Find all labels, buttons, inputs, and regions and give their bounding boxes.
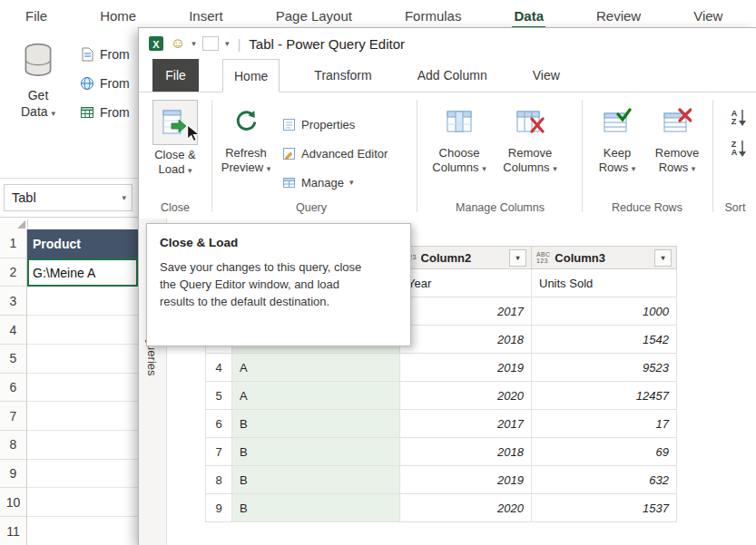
- pq-cell[interactable]: B: [232, 466, 400, 494]
- excel-row-number[interactable]: 9: [0, 460, 27, 489]
- excel-row-number[interactable]: 4: [0, 316, 27, 345]
- pq-tab-view[interactable]: View: [522, 59, 571, 92]
- excel-tab-view[interactable]: View: [692, 3, 724, 29]
- pq-cell[interactable]: B: [232, 494, 400, 522]
- pq-cell[interactable]: 2020: [400, 382, 532, 410]
- excel-ribbon-tabs: FileHomeInsertPage LayoutFormulasDataRev…: [0, 0, 756, 29]
- remove-columns-button[interactable]: Remove Columns ▾: [496, 100, 564, 176]
- pq-row-number[interactable]: 4: [205, 354, 232, 382]
- close-load-icon: [152, 100, 198, 145]
- choose-columns-button[interactable]: Choose Columns ▾: [427, 100, 491, 176]
- excel-cell[interactable]: [27, 517, 138, 545]
- cell-a1-product-header[interactable]: Product: [27, 229, 138, 258]
- excel-row: 7: [0, 402, 138, 431]
- remove-rows-button[interactable]: Remove Rows ▾: [647, 100, 707, 176]
- excel-cell[interactable]: [27, 402, 138, 431]
- dropdown-caret-icon[interactable]: ▾: [191, 39, 196, 48]
- pq-cell[interactable]: B: [232, 438, 400, 466]
- excel-cell[interactable]: [27, 316, 138, 345]
- pq-cell[interactable]: 2019: [400, 354, 532, 382]
- excel-row-number[interactable]: 10: [0, 488, 27, 517]
- pq-cell[interactable]: 1542: [532, 326, 677, 354]
- keep-rows-icon: [591, 100, 643, 143]
- from-web-button[interactable]: From: [80, 74, 136, 92]
- pq-cell[interactable]: 17: [532, 410, 677, 438]
- excel-tab-data[interactable]: Data: [512, 3, 545, 29]
- pq-tab-file[interactable]: File: [152, 59, 199, 92]
- get-data-button[interactable]: Get Data ▾: [7, 40, 69, 122]
- excel-row-number[interactable]: 8: [0, 431, 27, 460]
- excel-cell[interactable]: [27, 488, 138, 517]
- pq-cell[interactable]: 69: [532, 438, 677, 466]
- close-and-load-button[interactable]: Close & Load ▾: [146, 100, 204, 178]
- pq-cell[interactable]: 2020: [400, 494, 532, 522]
- excel-cell[interactable]: [27, 287, 138, 316]
- keep-rows-button[interactable]: Keep Rows ▾: [591, 100, 643, 176]
- pq-cell[interactable]: 12457: [532, 382, 677, 410]
- group-separator: [417, 100, 417, 212]
- manage-button[interactable]: Manage ▾: [282, 170, 354, 194]
- close-and-load-tooltip: Close & Load Save your changes to this q…: [146, 223, 411, 346]
- excel-tab-home[interactable]: Home: [98, 3, 138, 29]
- pq-row-number[interactable]: 9: [205, 494, 232, 522]
- excel-row-number[interactable]: 1: [0, 229, 27, 258]
- pq-tab-transform[interactable]: Transform: [303, 59, 382, 92]
- sort-ascending-button[interactable]: AZ: [725, 105, 752, 131]
- excel-row-number[interactable]: 2: [0, 258, 27, 287]
- pq-cell[interactable]: B: [232, 410, 400, 438]
- pq-cell[interactable]: A: [232, 354, 400, 382]
- pq-cell[interactable]: 2017: [400, 297, 532, 326]
- pq-cell[interactable]: 1537: [532, 494, 677, 522]
- cell-a2-selected[interactable]: G:\Meine A: [27, 258, 138, 287]
- feedback-smiley-icon[interactable]: ☺: [171, 36, 185, 51]
- excel-row-number[interactable]: 11: [0, 517, 27, 545]
- pq-cell[interactable]: Units Sold: [532, 269, 677, 297]
- refresh-preview-button[interactable]: Refresh Preview ▾: [217, 100, 275, 176]
- from-text-csv-button[interactable]: From: [80, 45, 136, 63]
- group-separator: [712, 100, 713, 212]
- excel-tab-review[interactable]: Review: [594, 3, 643, 29]
- pq-cell[interactable]: Year: [400, 269, 532, 297]
- excel-tab-formulas[interactable]: Formulas: [403, 3, 464, 29]
- excel-tab-page-layout[interactable]: Page Layout: [274, 3, 354, 29]
- pq-cell[interactable]: 2018: [400, 438, 532, 466]
- excel-row-number[interactable]: 7: [0, 402, 27, 431]
- filter-dropdown-icon[interactable]: ▾: [654, 249, 672, 267]
- excel-cell[interactable]: [27, 374, 138, 403]
- pq-cell[interactable]: 1000: [532, 297, 677, 326]
- pq-cell[interactable]: 2018: [400, 326, 532, 354]
- from-table-button[interactable]: From: [80, 103, 136, 122]
- sort-descending-button[interactable]: ZA: [725, 136, 752, 161]
- pq-row-number[interactable]: 6: [205, 410, 232, 438]
- pq-cell[interactable]: 632: [532, 466, 677, 494]
- excel-row-number[interactable]: 5: [0, 345, 27, 374]
- pq-tab-add-column[interactable]: Add Column: [407, 59, 498, 92]
- pq-cell[interactable]: 2017: [400, 410, 532, 438]
- excel-row-number[interactable]: 3: [0, 287, 27, 316]
- excel-cell[interactable]: [27, 345, 138, 374]
- excel-cell[interactable]: [27, 460, 138, 489]
- pq-cell[interactable]: A: [232, 382, 400, 410]
- pq-row-number[interactable]: 7: [205, 438, 232, 466]
- pq-column-header[interactable]: ABC123Column3▾: [532, 246, 677, 269]
- filter-dropdown-icon[interactable]: ▾: [509, 249, 526, 267]
- excel-row: 11: [0, 517, 138, 545]
- advanced-editor-button[interactable]: Advanced Editor: [282, 141, 388, 165]
- excel-cell[interactable]: [27, 431, 138, 460]
- pq-row-number[interactable]: 5: [205, 382, 232, 410]
- excel-tab-insert[interactable]: Insert: [187, 3, 225, 29]
- qat-customize-caret-icon[interactable]: ▾: [225, 39, 230, 48]
- pq-row-number[interactable]: 8: [205, 466, 232, 494]
- properties-button[interactable]: Properties: [282, 112, 355, 136]
- name-box-caret-icon[interactable]: ▾: [122, 193, 132, 202]
- pq-cell[interactable]: 2019: [400, 466, 532, 494]
- pq-column-header[interactable]: 123Column2▾: [400, 246, 532, 269]
- pq-cell[interactable]: 9523: [532, 354, 677, 382]
- excel-tab-file[interactable]: File: [24, 3, 49, 29]
- excel-row-number[interactable]: 6: [0, 374, 27, 403]
- column-type-icon[interactable]: ABC123: [536, 251, 550, 265]
- pq-tab-home[interactable]: Home: [222, 59, 280, 92]
- name-box[interactable]: Tabl ▾: [4, 184, 133, 211]
- group-label-reduce-rows: Reduce Rows: [587, 201, 707, 214]
- quick-access-button[interactable]: [202, 36, 219, 51]
